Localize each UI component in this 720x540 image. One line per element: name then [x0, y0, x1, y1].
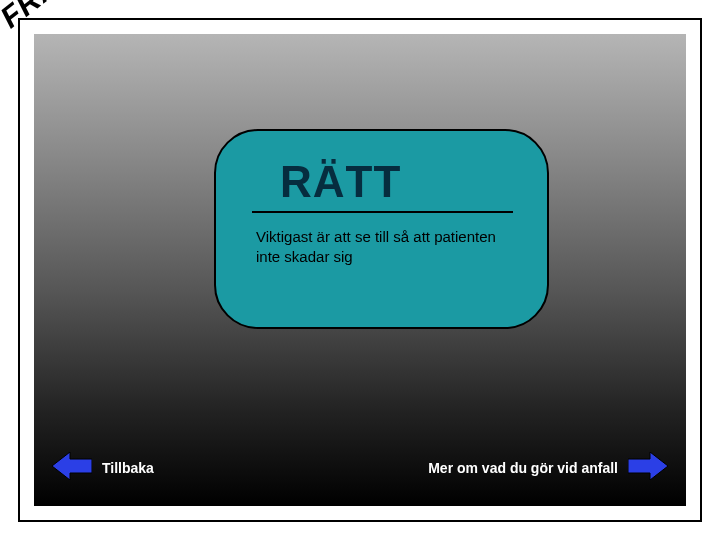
arrow-right-icon: [628, 452, 668, 484]
slide-frame: RÄTT Viktigast är att se till så att pat…: [18, 18, 702, 522]
slide-background: RÄTT Viktigast är att se till så att pat…: [34, 34, 686, 506]
svg-marker-1: [628, 452, 668, 480]
answer-body: Viktigast är att se till så att patiente…: [256, 227, 521, 266]
back-label: Tillbaka: [102, 460, 154, 476]
forward-label: Mer om vad du gör vid anfall: [428, 460, 618, 476]
forward-button[interactable]: Mer om vad du gör vid anfall: [428, 452, 668, 484]
answer-title: RÄTT: [280, 157, 521, 207]
arrow-left-icon: [52, 452, 92, 484]
title-underline: [252, 211, 513, 213]
answer-card: RÄTT Viktigast är att se till så att pat…: [214, 129, 549, 329]
back-button[interactable]: Tillbaka: [52, 452, 154, 484]
svg-marker-0: [52, 452, 92, 480]
